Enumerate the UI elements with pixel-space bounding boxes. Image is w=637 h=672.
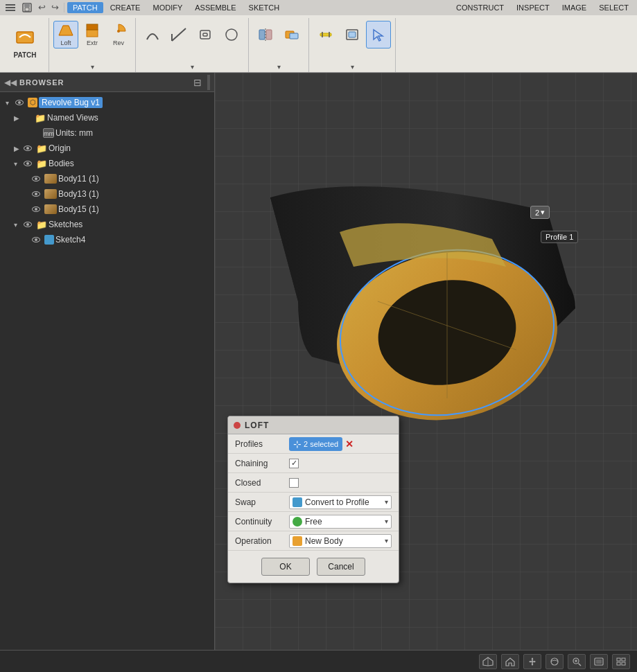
display-mode-icon[interactable]: [590, 654, 608, 669]
body-icon: [44, 174, 57, 184]
save-icon[interactable]: [19, 1, 35, 14]
viewport[interactable]: 2 ▾ Profile 1 LOFT Profiles ⊹ 2 selected: [215, 73, 637, 650]
continuity-label: Continuity: [235, 517, 285, 527]
eye-icon[interactable]: [32, 191, 40, 197]
closed-value: [289, 478, 392, 488]
eye-icon[interactable]: [15, 100, 24, 105]
eye-icon[interactable]: [24, 161, 32, 166]
loft-title: LOFT: [245, 421, 269, 430]
hamburger-icon[interactable]: [3, 3, 18, 12]
tree-item-sketches[interactable]: ▾ 📁 Sketches: [0, 217, 214, 232]
tool-tabs: PATCH Loft Extr Rev ▾: [0, 15, 637, 72]
profile-count-badge[interactable]: 2 ▾: [530, 206, 550, 219]
orbit-icon[interactable]: [546, 654, 564, 669]
menu-select[interactable]: SELECT: [593, 2, 634, 13]
eye-icon[interactable]: [24, 145, 32, 151]
convert-option: Convert to Profile: [305, 497, 382, 507]
tree-item-units[interactable]: mm Units: mm: [0, 125, 214, 141]
component-icon: ⬡: [28, 98, 37, 107]
offset-tool-btn[interactable]: [193, 21, 218, 48]
dropdown-arrow-icon: ▾: [385, 498, 388, 506]
grid-toggle-icon[interactable]: [612, 654, 630, 669]
eye-icon[interactable]: [32, 176, 40, 182]
loft-tool-btn[interactable]: Loft: [53, 21, 78, 48]
continuity-dropdown[interactable]: Free ▾: [289, 515, 392, 529]
dialog-close-btn[interactable]: [234, 422, 241, 429]
menu-construct[interactable]: CONSTRUCT: [451, 2, 509, 13]
sketch-tools-group: ▾: [136, 18, 249, 72]
folder-icon: 📁: [35, 113, 46, 123]
closed-checkbox[interactable]: [289, 478, 299, 488]
operation-dropdown[interactable]: New Body ▾: [289, 534, 392, 548]
chaining-row: Chaining: [228, 454, 399, 473]
combine-tool-btn[interactable]: [279, 21, 304, 48]
patch-button[interactable]: PATCH: [4, 18, 46, 68]
profile-count: 2: [535, 209, 539, 217]
profiles-selected-badge[interactable]: ⊹ 2 selected: [289, 437, 342, 451]
undo-icon[interactable]: ↩: [36, 1, 48, 14]
body11-label: Body11 (1): [58, 174, 99, 184]
status-bar: [0, 650, 637, 672]
units-label: Units: mm: [55, 128, 93, 138]
folder-icon: 📁: [36, 159, 47, 169]
arc-tool-btn[interactable]: [140, 21, 165, 48]
tree-item-root[interactable]: ▾ ⬡ Revolve Bug v1: [0, 95, 214, 110]
eye-icon[interactable]: [32, 237, 40, 242]
revolve-tool-btn[interactable]: Rev: [106, 21, 131, 48]
eye-icon[interactable]: [32, 206, 40, 212]
tree-item-body11[interactable]: Body11 (1): [0, 171, 214, 186]
eye-icon[interactable]: [24, 222, 32, 227]
svg-rect-40: [596, 660, 602, 664]
browser-options-btn[interactable]: ⊟: [193, 77, 202, 88]
svg-marker-33: [534, 660, 536, 662]
tree-item-named-views[interactable]: ▶ 📁 Named Views: [0, 110, 214, 125]
menu-assemble[interactable]: ASSEMBLE: [189, 2, 241, 13]
convert-profile-dropdown[interactable]: Convert to Profile ▾: [289, 495, 392, 509]
select-tool-btn[interactable]: [366, 21, 391, 48]
svg-rect-16: [290, 33, 298, 39]
body15-label: Body15 (1): [58, 204, 99, 214]
menu-modify[interactable]: MODIFY: [147, 2, 188, 13]
profiles-clear-btn[interactable]: ✕: [345, 439, 354, 450]
body13-label: Body13 (1): [58, 189, 99, 199]
continuity-value: Free ▾: [289, 515, 392, 529]
tree-item-origin[interactable]: ▶ 📁 Origin: [0, 141, 214, 156]
tree-item-sketch4[interactable]: Sketch4: [0, 232, 214, 247]
tree-item-body15[interactable]: Body15 (1): [0, 202, 214, 217]
chaining-label: Chaining: [235, 459, 285, 468]
circle-tool-btn[interactable]: [219, 21, 244, 48]
swap-value: Convert to Profile ▾: [289, 495, 392, 509]
chaining-checkbox[interactable]: [289, 459, 299, 468]
tree-item-bodies[interactable]: ▾ 📁 Bodies: [0, 156, 214, 171]
measure-tool-btn[interactable]: [313, 21, 338, 48]
line-tool-btn[interactable]: [166, 21, 191, 48]
cancel-button[interactable]: Cancel: [317, 558, 365, 576]
redo-icon[interactable]: ↪: [49, 1, 61, 14]
menu-patch[interactable]: PATCH: [67, 2, 103, 13]
browser-collapse-btn[interactable]: ◀◀: [4, 78, 17, 87]
menu-sketch[interactable]: SKETCH: [243, 2, 286, 13]
ok-button[interactable]: OK: [261, 558, 310, 576]
tree-item-body13[interactable]: Body13 (1): [0, 186, 214, 202]
menu-create[interactable]: CREATE: [105, 2, 146, 13]
home-icon[interactable]: [501, 654, 519, 669]
create-group: Loft Extr Rev ▾: [49, 18, 136, 72]
loft-dialog-header: LOFT: [228, 416, 399, 434]
extrude-tool-btn[interactable]: Extr: [80, 21, 105, 48]
operation-icon: [293, 536, 302, 546]
mirror-tool-btn[interactable]: [253, 21, 278, 48]
svg-marker-31: [532, 664, 534, 666]
zoom-icon[interactable]: [568, 654, 586, 669]
expand-icon: ▾: [14, 221, 22, 229]
sketches-label: Sketches: [49, 220, 82, 229]
menu-inspect[interactable]: INSPECT: [511, 2, 555, 13]
cursor-icon: ⊹: [293, 439, 302, 450]
svg-rect-4: [87, 30, 98, 37]
closed-label: Closed: [235, 478, 285, 488]
dropdown-arrow-icon: ▾: [541, 208, 545, 217]
pan-icon[interactable]: [523, 654, 541, 669]
dropdown-arrow-icon: ▾: [385, 518, 388, 525]
menu-image[interactable]: IMAGE: [557, 2, 592, 13]
nav-cube-icon[interactable]: [479, 654, 497, 669]
display-view-btn[interactable]: [340, 21, 365, 48]
